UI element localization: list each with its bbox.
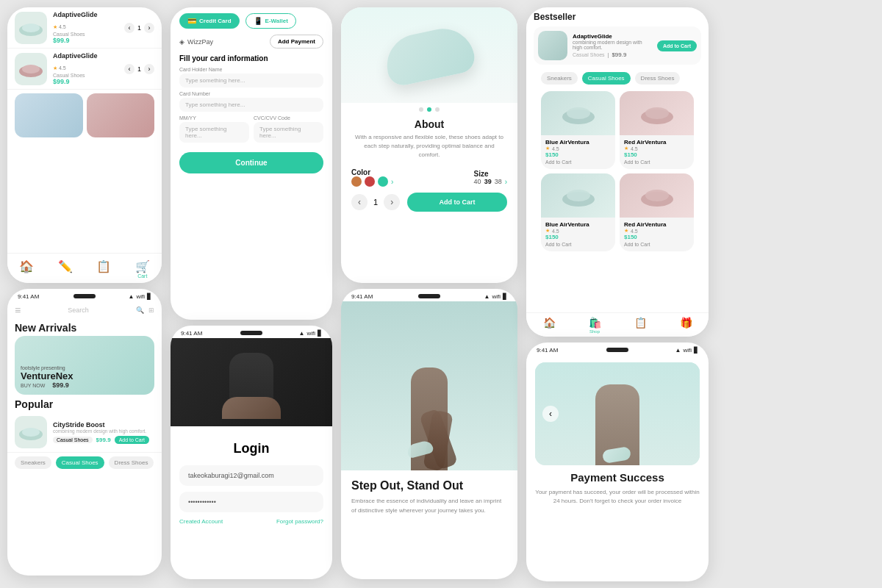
quantity-stepper[interactable]: ‹ 1 › [351,194,400,210]
shoe-card-red-2[interactable]: Red AirVentura ★ 4.5 $150 Add to Cart [620,173,694,251]
svg-point-3 [22,65,40,74]
hero-price: $99.9 [52,381,69,389]
shoe-card-name: Blue AirVentura [545,221,611,228]
wifi-icon: wifi [683,347,692,354]
shoe-display [341,7,517,103]
tab-dress[interactable]: Dress Shoes [635,72,681,85]
edit-icon[interactable]: ✏️ [58,259,73,279]
tab-ewallet[interactable]: 📱 E-Wallet [245,13,296,29]
qty-increase-button[interactable]: › [144,23,154,33]
star-icon: ★ [545,146,550,151]
shoe-card-blue-1[interactable]: Blue AirVentura ★ 4.5 $150 Add to Cart [541,91,615,169]
shoe-add-btn[interactable]: Add to Cart [545,158,611,166]
size-options: 40 39 38 › [474,178,507,186]
about-description: With a responsive and flexible sole, the… [341,133,517,165]
home-icon[interactable]: 🏠 [19,259,34,279]
menu-icon[interactable]: ≡ [15,304,21,316]
shoe-add-btn[interactable]: Add to Cart [624,240,689,248]
email-input[interactable] [179,465,323,486]
mmyy-input[interactable]: Type something here... [179,122,249,143]
hero-content: footstyle presenting VentureNex BUY NOW … [21,365,74,389]
cvv-input[interactable]: Type something here... [254,122,323,143]
add-payment-button[interactable]: Add Payment [270,35,323,49]
bs-add-button[interactable]: Add to Cart [657,40,697,51]
gift-icon: 🎁 [680,317,692,329]
nav-home[interactable]: 🏠 [543,317,556,334]
size-section: Size 40 39 38 › [474,170,507,186]
hero-tag: footstyle presenting [21,365,74,370]
list-icon[interactable]: 📋 [96,259,111,279]
size-39[interactable]: 39 [484,178,492,185]
cart-nav[interactable]: 🛒 Cart [135,259,150,279]
password-input[interactable] [179,492,323,512]
nav-list[interactable]: 📋 [634,317,647,334]
card-number-input[interactable]: Type something here... [179,98,323,112]
card-holder-group: Card Holder Name Type something here... [171,67,332,91]
carousel-dots [341,103,517,114]
success-description: Your payment has succeed, your order wil… [535,488,700,506]
quantity-control[interactable]: ‹ 1 › [124,23,154,33]
qty-decrease-button[interactable]: ‹ [124,64,135,74]
tab-casual[interactable]: Casual Shoes [582,72,631,85]
qty-minus-button[interactable]: ‹ [351,194,368,210]
tab-sneakers[interactable]: Sneakers [541,72,578,85]
cart-icon[interactable]: 🛒 [135,259,150,273]
mmyy-group: MM/YY Type something here... [179,115,249,143]
card-number-group: Card Number Type something here... [171,91,332,115]
dot-1[interactable] [419,107,423,112]
shoe-card-image [541,173,615,218]
product-category: Casual Shoes [53,32,118,37]
color-brown[interactable] [351,176,362,187]
qty-cart-row: ‹ 1 › Add to Cart [341,193,517,219]
qty-decrease-button[interactable]: ‹ [124,23,135,33]
shoe-add-btn[interactable]: Add to Cart [545,240,611,248]
card-holder-input[interactable]: Type something here... [179,74,323,87]
wifi-icon: wifi [492,293,501,300]
tab-sneakers[interactable]: Sneakers [15,456,51,469]
tab-dress[interactable]: Dress Shoes [109,456,154,469]
step-hero-image [341,301,517,470]
create-account-link[interactable]: Created Account [179,518,223,525]
quantity-control[interactable]: ‹ 1 › [124,64,154,74]
filter-icon[interactable]: ⊞ [148,306,154,314]
hero-background [341,301,517,470]
add-to-cart-button[interactable]: Add to Cart [407,193,507,212]
nav-shop[interactable]: 🛍️ Shop [589,317,601,334]
bs-price: $99.9 [612,51,626,58]
color-red[interactable] [365,176,375,187]
size-40[interactable]: 40 [474,178,481,185]
popular-cat: Casual Shoes [53,437,93,443]
popular-add-btn[interactable]: Add to Cart [115,436,149,444]
list-item: AdaptiveGlide ★ 4.5 Casual Shoes $99.9 ‹… [7,49,162,90]
color-green[interactable] [378,176,388,187]
login-form: Login Created Account Forgot password? [171,426,332,534]
search-icon[interactable]: 🔍 [136,306,144,314]
category-tabs: Sneakers Casual Shoes Dress Shoes [7,453,162,473]
dot-2[interactable] [427,107,431,112]
shoe-card-price: $150 [545,151,611,158]
dot-3[interactable] [435,107,440,112]
shop-icon: 🛍️ [589,317,601,329]
continue-button[interactable]: Continue [179,152,323,173]
card-holder-label: Card Holder Name [179,67,323,72]
tab-credit-card[interactable]: 💳 Credit Card [179,13,240,29]
time: 9:41 AM [537,347,558,354]
nav-gift[interactable]: 🎁 [680,317,692,334]
shoe-card-blue-2[interactable]: Blue AirVentura ★ 4.5 $150 Add to Cart [541,173,615,251]
search-label[interactable]: Search [68,306,89,314]
shoe-card-rating: ★ 4.5 [545,228,611,234]
shoe-add-btn[interactable]: Add to Cart [624,158,689,166]
shoe-card-red-1[interactable]: Red AirVentura ★ 4.5 $150 Add to Cart [620,91,694,169]
size-more-icon[interactable]: › [505,178,507,186]
tab-casual[interactable]: Casual Shoes [56,456,104,469]
color-more-icon[interactable]: › [391,178,393,186]
step-description: Embrace the essence of individuality and… [351,497,507,516]
forgot-password-link[interactable]: Forgot password? [276,518,323,525]
size-38[interactable]: 38 [495,178,502,185]
qty-increase-button[interactable]: › [144,64,154,74]
qty-plus-button[interactable]: › [384,194,400,210]
popular-product-name: CityStride Boost [53,421,154,429]
hero-banner[interactable]: footstyle presenting VentureNex BUY NOW … [15,336,154,395]
bs-product-image [538,31,567,60]
shoe-illustration-red [639,184,675,207]
